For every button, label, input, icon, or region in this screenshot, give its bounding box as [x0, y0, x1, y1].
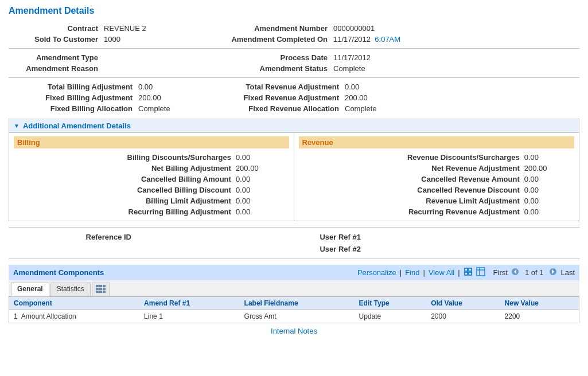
- row-new-value: 2200: [500, 310, 579, 323]
- reference-section: Reference ID User Ref #1 User Ref #2: [9, 227, 579, 259]
- recurring-billing-label: Recurring Billing Adjustment: [14, 206, 233, 217]
- collapse-icon[interactable]: ▼: [14, 123, 20, 129]
- components-title: Amendment Components: [13, 268, 104, 277]
- process-date-label: Process Date: [215, 52, 330, 63]
- billing-discounts-value: 0.00: [233, 152, 289, 163]
- fixed-revenue-alloc-value: Complete: [341, 103, 579, 114]
- header-actions: Personalize | Find | View All | First 1 …: [357, 267, 575, 278]
- amendment-reason-label: Amendment Reason: [9, 63, 100, 74]
- tab-general[interactable]: General: [11, 283, 49, 296]
- recurring-billing-value: 0.00: [233, 206, 289, 217]
- internal-notes-link[interactable]: Internal Notes: [271, 327, 317, 335]
- expand-icon[interactable]: [464, 267, 473, 278]
- amendment-number-label: Amendment Number: [215, 23, 330, 34]
- cancelled-revenue-disc-value: 0.00: [522, 185, 574, 195]
- fixed-revenue-value: 200.00: [341, 92, 579, 103]
- total-revenue-label: Total Revenue Adjustment: [215, 81, 341, 92]
- ref-table: Reference ID User Ref #1 User Ref #2: [9, 231, 579, 255]
- billing-column: Billing Billing Discounts/Surcharges 0.0…: [9, 133, 294, 221]
- fixed-billing-alloc-label: Fixed Billing Allocation: [9, 103, 135, 114]
- adjustments-section: Total Billing Adjustment 0.00 Total Reve…: [9, 81, 579, 114]
- svg-rect-14: [96, 288, 99, 290]
- fixed-billing-label: Fixed Billing Adjustment: [9, 92, 135, 103]
- top-info-section: Contract REVENUE 2 Amendment Number 0000…: [9, 23, 579, 45]
- page-info: 1 of 1: [525, 268, 544, 277]
- col-new-value: New Value: [500, 297, 579, 310]
- row-old-value: 2000: [426, 310, 500, 323]
- svg-rect-1: [469, 268, 472, 271]
- cancelled-billing-value: 0.00: [233, 174, 289, 185]
- revenue-discounts-value: 0.00: [522, 152, 574, 163]
- recurring-revenue-label: Recurring Revenue Adjustment: [299, 206, 522, 217]
- svg-rect-11: [96, 285, 99, 287]
- nav-first[interactable]: First: [493, 268, 508, 277]
- additional-header: ▼ Additional Amendment Details: [9, 119, 579, 132]
- additional-title: Additional Amendment Details: [23, 122, 131, 130]
- amendment-status-value: Complete: [330, 63, 579, 74]
- row-amend-ref: Line 1: [139, 310, 240, 323]
- tab-icon-grid[interactable]: [92, 283, 110, 296]
- col-old-value: Old Value: [426, 297, 500, 310]
- components-data-table: Component Amend Ref #1 Label Fieldname E…: [9, 296, 579, 323]
- fixed-billing-alloc-value: Complete: [135, 103, 215, 114]
- find-link[interactable]: Find: [405, 268, 419, 277]
- svg-rect-0: [465, 268, 468, 271]
- revenue-discounts-label: Revenue Discounts/Surcharges: [299, 152, 522, 163]
- separator1: |: [400, 268, 402, 277]
- sold-to-label: Sold To Customer: [9, 34, 100, 45]
- amendment-type-section: Amendment Type Process Date 11/17/2012 A…: [9, 52, 579, 74]
- ref-id-value: [135, 231, 250, 243]
- svg-rect-18: [99, 291, 102, 293]
- revenue-col-header: Revenue: [299, 136, 575, 148]
- nav-next-icon[interactable]: [549, 268, 557, 277]
- tab-statistics[interactable]: Statistics: [50, 283, 91, 296]
- col-label-fieldname: Label Fieldname: [240, 297, 355, 310]
- total-billing-value: 0.00: [135, 81, 215, 92]
- user-ref2-label: User Ref #2: [250, 243, 364, 255]
- col-edit-type: Edit Type: [355, 297, 427, 310]
- contract-value: REVENUE 2: [100, 23, 215, 34]
- table-icon[interactable]: [476, 267, 485, 278]
- components-section: Amendment Components Personalize | Find …: [9, 265, 579, 335]
- billing-limit-value: 0.00: [233, 195, 289, 206]
- total-revenue-value: 0.00: [341, 81, 579, 92]
- revenue-limit-label: Revenue Limit Adjustment: [299, 195, 522, 206]
- view-all-link[interactable]: View All: [429, 268, 454, 277]
- billing-discounts-label: Billing Discounts/Surcharges: [14, 152, 233, 163]
- revenue-column: Revenue Revenue Discounts/Surcharges 0.0…: [294, 133, 579, 221]
- svg-rect-13: [103, 285, 106, 287]
- svg-rect-4: [477, 268, 485, 276]
- svg-rect-2: [465, 272, 468, 275]
- cancelled-revenue-label: Cancelled Revenue Amount: [299, 174, 522, 185]
- net-billing-label: Net Billing Adjustment: [14, 163, 233, 174]
- user-ref1-value: [364, 231, 579, 243]
- amendment-completed-label: Amendment Completed On: [215, 34, 330, 45]
- svg-rect-15: [99, 288, 102, 290]
- separator2: |: [423, 268, 425, 277]
- user-ref1-label: User Ref #1: [250, 231, 364, 243]
- additional-section: ▼ Additional Amendment Details Billing B…: [9, 119, 579, 221]
- col-component: Component: [9, 297, 140, 310]
- cancelled-revenue-disc-label: Cancelled Revenue Discount: [299, 185, 522, 195]
- internal-notes-section: Internal Notes: [9, 327, 579, 335]
- fixed-revenue-alloc-label: Fixed Revenue Allocation: [215, 103, 341, 114]
- personalize-link[interactable]: Personalize: [357, 268, 396, 277]
- ref-id-label: Reference ID: [9, 231, 135, 243]
- nav-last[interactable]: Last: [560, 268, 575, 277]
- contract-label: Contract: [9, 23, 100, 34]
- page-title: Amendment Details: [9, 6, 579, 16]
- recurring-revenue-value: 0.00: [522, 206, 574, 217]
- fixed-revenue-label: Fixed Revenue Adjustment: [215, 92, 341, 103]
- components-header: Amendment Components Personalize | Find …: [9, 265, 579, 280]
- user-ref2-value: [364, 243, 579, 255]
- billing-revenue-grid: Billing Billing Discounts/Surcharges 0.0…: [9, 132, 579, 221]
- nav-prev-icon[interactable]: [511, 268, 519, 277]
- net-billing-value: 200.00: [233, 163, 289, 174]
- svg-rect-16: [103, 288, 106, 290]
- svg-rect-17: [96, 291, 99, 293]
- svg-rect-3: [469, 272, 472, 275]
- revenue-inner-table: Revenue Discounts/Surcharges 0.00 Net Re…: [299, 152, 575, 217]
- col-amend-ref: Amend Ref #1: [139, 297, 240, 310]
- sold-to-value: 1000: [100, 34, 215, 45]
- amendment-completed-value: 11/17/2012 6:07AM: [330, 34, 579, 45]
